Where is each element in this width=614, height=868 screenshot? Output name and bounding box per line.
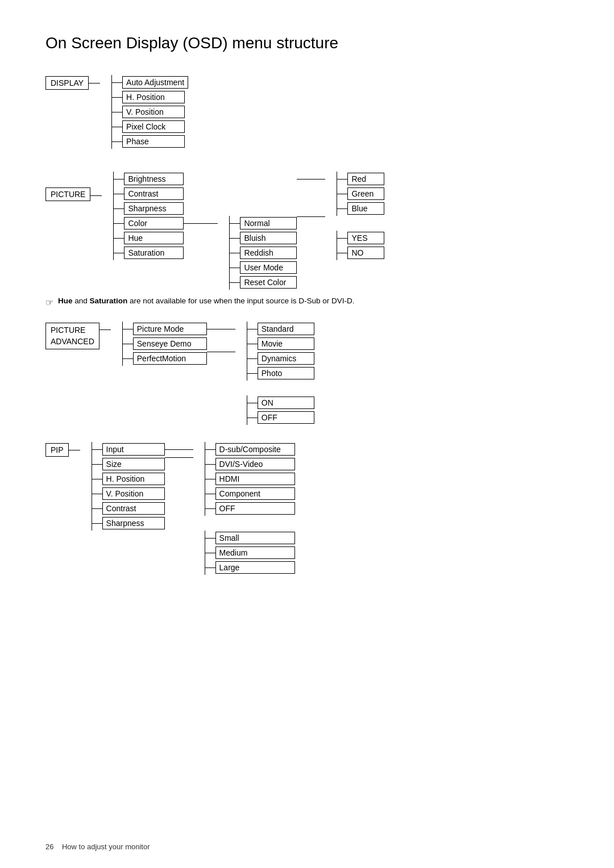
list-item: DVI/S-Video	[205, 457, 295, 471]
footer-text: How to adjust your monitor	[62, 842, 150, 851]
list-item: Medium	[205, 545, 295, 560]
list-item: Contrast	[114, 186, 184, 201]
pip-items: Input Size H. Position V. Position Contr…	[92, 442, 165, 531]
footer: 26 How to adjust your monitor	[45, 842, 150, 851]
list-item: Color	[114, 216, 184, 231]
list-item: Small	[205, 531, 295, 545]
page-title: On Screen Display (OSD) menu structure	[45, 34, 569, 52]
pip-col2-size: Small Medium Large	[205, 531, 295, 575]
picture-col2-items: Normal Bluish Reddish User Mode Reset Co…	[229, 216, 297, 290]
list-item: Auto Adjustment	[112, 75, 188, 90]
list-item: V. Position	[92, 486, 165, 501]
list-item: Movie	[247, 336, 314, 351]
list-item: Brightness	[114, 172, 184, 186]
display-label: DISPLAY	[45, 76, 89, 90]
list-item: V. Position	[112, 105, 188, 119]
list-item: Dynamics	[247, 351, 314, 366]
list-item: Large	[205, 560, 295, 575]
list-item: Hue	[114, 231, 184, 245]
list-item: User Mode	[230, 260, 297, 275]
picture-col3-color: Red Green Blue	[337, 172, 384, 216]
list-item: NO	[337, 245, 384, 260]
list-item: Bluish	[230, 231, 297, 245]
note-icon: ☞	[45, 297, 53, 308]
list-item: Size	[92, 457, 165, 471]
list-item: OFF	[205, 501, 295, 516]
list-item: H. Position	[92, 471, 165, 486]
list-item: Reddish	[230, 245, 297, 260]
list-item: OFF	[247, 410, 314, 425]
list-item: ON	[247, 395, 314, 410]
list-item: Green	[337, 186, 384, 201]
list-item: Input	[92, 442, 165, 457]
list-item: Component	[205, 486, 295, 501]
list-item: Pixel Clock	[112, 119, 188, 134]
list-item: Reset Color	[230, 275, 297, 290]
list-item: Contrast	[92, 501, 165, 516]
pip-col2-input: D-sub/Composite DVI/S-Video HDMI Compone…	[205, 442, 295, 516]
note-text: Hue and Saturation are not available for…	[58, 297, 355, 305]
footer-page: 26	[45, 842, 53, 851]
display-section: DISPLAY Auto Adjustment H. Position V. P…	[45, 75, 569, 149]
picture-advanced-items: Picture Mode Senseye Demo PerfectMotion	[122, 322, 207, 366]
list-item: Sharpness	[92, 516, 165, 531]
list-item: PerfectMotion	[123, 351, 207, 366]
list-item: Senseye Demo	[123, 336, 207, 351]
picture-advanced-section: PICTURE ADVANCED Picture Mode Senseye De…	[45, 322, 569, 425]
picture-section: PICTURE Brightness Contrast Sharpness Co…	[45, 172, 569, 290]
picture-advanced-label: PICTURE ADVANCED	[45, 323, 99, 349]
list-item: Sharpness	[114, 201, 184, 216]
list-item: Saturation	[114, 245, 184, 260]
list-item: Picture Mode	[123, 322, 207, 336]
picture-advanced-col2-picturemode: Standard Movie Dynamics Photo	[247, 322, 314, 381]
list-item: Photo	[247, 366, 314, 381]
list-item: D-sub/Composite	[205, 442, 295, 457]
pip-label: PIP	[45, 443, 69, 457]
list-item: Blue	[337, 201, 384, 216]
note: ☞ Hue and Saturation are not available f…	[45, 297, 569, 308]
list-item: Phase	[112, 134, 188, 149]
list-item: HDMI	[205, 471, 295, 486]
picture-col3-usermode: YES NO	[337, 231, 384, 260]
list-item: Standard	[247, 322, 314, 336]
list-item: Red	[337, 172, 384, 186]
list-item: Normal	[230, 216, 297, 231]
picture-items: Brightness Contrast Sharpness Color Hue …	[113, 172, 184, 260]
list-item: YES	[337, 231, 384, 245]
list-item: H. Position	[112, 90, 188, 105]
display-items: Auto Adjustment H. Position V. Position …	[111, 75, 188, 149]
picture-advanced-col2-perfectmotion: ON OFF	[247, 395, 314, 425]
pip-section: PIP Input Size H. Position V. Position C…	[45, 442, 569, 575]
picture-label: PICTURE	[45, 187, 90, 201]
